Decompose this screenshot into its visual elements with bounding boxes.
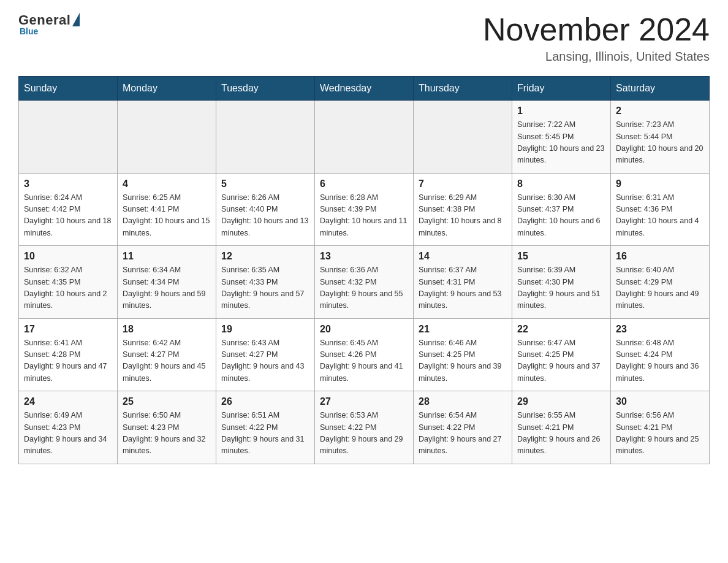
calendar-cell: 20Sunrise: 6:45 AM Sunset: 4:26 PM Dayli… — [315, 318, 414, 391]
day-info: Sunrise: 6:28 AM Sunset: 4:39 PM Dayligh… — [320, 192, 408, 240]
day-number: 2 — [616, 105, 704, 117]
calendar-header-tuesday: Tuesday — [216, 77, 315, 101]
day-number: 18 — [123, 324, 211, 335]
logo-blue-text: Blue — [20, 26, 38, 36]
day-number: 6 — [320, 178, 408, 190]
day-number: 3 — [24, 178, 112, 190]
day-number: 20 — [320, 324, 408, 335]
calendar-header-sunday: Sunday — [19, 77, 118, 101]
day-number: 22 — [517, 324, 605, 335]
day-info: Sunrise: 6:29 AM Sunset: 4:38 PM Dayligh… — [419, 192, 507, 240]
day-number: 24 — [24, 396, 112, 407]
day-info: Sunrise: 6:47 AM Sunset: 4:25 PM Dayligh… — [517, 337, 605, 385]
day-number: 25 — [123, 396, 211, 407]
calendar-title-section: November 2024 Lansing, Illinois, United … — [483, 12, 710, 64]
day-number: 23 — [616, 324, 704, 335]
day-number: 27 — [320, 396, 408, 407]
logo-triangle-icon — [72, 13, 80, 26]
day-info: Sunrise: 6:53 AM Sunset: 4:22 PM Dayligh… — [320, 410, 408, 458]
day-number: 29 — [517, 396, 605, 407]
calendar-cell: 13Sunrise: 6:36 AM Sunset: 4:32 PM Dayli… — [315, 246, 414, 319]
day-number: 5 — [221, 178, 309, 190]
calendar-cell — [315, 101, 414, 174]
day-info: Sunrise: 6:46 AM Sunset: 4:25 PM Dayligh… — [419, 337, 507, 385]
calendar-cell: 12Sunrise: 6:35 AM Sunset: 4:33 PM Dayli… — [216, 246, 315, 319]
day-number: 9 — [616, 178, 704, 190]
page-header: General Blue November 2024 Lansing, Illi… — [18, 12, 710, 64]
day-number: 8 — [517, 178, 605, 190]
day-info: Sunrise: 6:36 AM Sunset: 4:32 PM Dayligh… — [320, 264, 408, 312]
day-number: 7 — [419, 178, 507, 190]
day-number: 30 — [616, 396, 704, 407]
calendar-cell: 25Sunrise: 6:50 AM Sunset: 4:23 PM Dayli… — [118, 391, 216, 464]
calendar-cell: 15Sunrise: 6:39 AM Sunset: 4:30 PM Dayli… — [512, 246, 611, 319]
day-info: Sunrise: 6:48 AM Sunset: 4:24 PM Dayligh… — [616, 337, 704, 385]
calendar-cell: 22Sunrise: 6:47 AM Sunset: 4:25 PM Dayli… — [512, 318, 611, 391]
calendar-cell: 16Sunrise: 6:40 AM Sunset: 4:29 PM Dayli… — [611, 246, 710, 319]
calendar-cell — [118, 101, 216, 174]
calendar-cell — [414, 101, 512, 174]
calendar-header-row: SundayMondayTuesdayWednesdayThursdayFrid… — [19, 77, 710, 101]
calendar-cell: 5Sunrise: 6:26 AM Sunset: 4:40 PM Daylig… — [216, 173, 315, 246]
day-info: Sunrise: 6:49 AM Sunset: 4:23 PM Dayligh… — [24, 410, 112, 458]
day-number: 1 — [517, 105, 605, 117]
calendar-cell: 11Sunrise: 6:34 AM Sunset: 4:34 PM Dayli… — [118, 246, 216, 319]
calendar-header-saturday: Saturday — [611, 77, 710, 101]
calendar-cell: 18Sunrise: 6:42 AM Sunset: 4:27 PM Dayli… — [118, 318, 216, 391]
day-info: Sunrise: 6:45 AM Sunset: 4:26 PM Dayligh… — [320, 337, 408, 385]
day-info: Sunrise: 6:42 AM Sunset: 4:27 PM Dayligh… — [123, 337, 211, 385]
calendar-cell — [216, 101, 315, 174]
day-info: Sunrise: 6:39 AM Sunset: 4:30 PM Dayligh… — [517, 264, 605, 312]
day-info: Sunrise: 7:23 AM Sunset: 5:44 PM Dayligh… — [616, 119, 704, 167]
calendar-cell: 27Sunrise: 6:53 AM Sunset: 4:22 PM Dayli… — [315, 391, 414, 464]
calendar-header-monday: Monday — [118, 77, 216, 101]
day-info: Sunrise: 6:26 AM Sunset: 4:40 PM Dayligh… — [221, 192, 309, 240]
logo: General Blue — [18, 12, 80, 36]
day-number: 13 — [320, 251, 408, 262]
day-info: Sunrise: 6:34 AM Sunset: 4:34 PM Dayligh… — [123, 264, 211, 312]
calendar-cell: 24Sunrise: 6:49 AM Sunset: 4:23 PM Dayli… — [19, 391, 118, 464]
calendar-cell: 28Sunrise: 6:54 AM Sunset: 4:22 PM Dayli… — [414, 391, 512, 464]
calendar-week-row: 3Sunrise: 6:24 AM Sunset: 4:42 PM Daylig… — [19, 173, 710, 246]
day-info: Sunrise: 6:30 AM Sunset: 4:37 PM Dayligh… — [517, 192, 605, 240]
calendar-table: SundayMondayTuesdayWednesdayThursdayFrid… — [18, 76, 710, 464]
day-number: 15 — [517, 251, 605, 262]
calendar-cell: 3Sunrise: 6:24 AM Sunset: 4:42 PM Daylig… — [19, 173, 118, 246]
calendar-cell: 7Sunrise: 6:29 AM Sunset: 4:38 PM Daylig… — [414, 173, 512, 246]
calendar-week-row: 10Sunrise: 6:32 AM Sunset: 4:35 PM Dayli… — [19, 246, 710, 319]
day-info: Sunrise: 6:37 AM Sunset: 4:31 PM Dayligh… — [419, 264, 507, 312]
calendar-cell: 23Sunrise: 6:48 AM Sunset: 4:24 PM Dayli… — [611, 318, 710, 391]
calendar-cell: 21Sunrise: 6:46 AM Sunset: 4:25 PM Dayli… — [414, 318, 512, 391]
calendar-cell: 6Sunrise: 6:28 AM Sunset: 4:39 PM Daylig… — [315, 173, 414, 246]
calendar-header-thursday: Thursday — [414, 77, 512, 101]
day-info: Sunrise: 6:54 AM Sunset: 4:22 PM Dayligh… — [419, 410, 507, 458]
day-info: Sunrise: 6:32 AM Sunset: 4:35 PM Dayligh… — [24, 264, 112, 312]
calendar-header-wednesday: Wednesday — [315, 77, 414, 101]
calendar-cell: 17Sunrise: 6:41 AM Sunset: 4:28 PM Dayli… — [19, 318, 118, 391]
calendar-week-row: 1Sunrise: 7:22 AM Sunset: 5:45 PM Daylig… — [19, 101, 710, 174]
day-info: Sunrise: 6:24 AM Sunset: 4:42 PM Dayligh… — [24, 192, 112, 240]
calendar-title: November 2024 — [483, 12, 710, 47]
calendar-cell: 30Sunrise: 6:56 AM Sunset: 4:21 PM Dayli… — [611, 391, 710, 464]
day-number: 28 — [419, 396, 507, 407]
day-number: 10 — [24, 251, 112, 262]
calendar-cell: 1Sunrise: 7:22 AM Sunset: 5:45 PM Daylig… — [512, 101, 611, 174]
calendar-cell: 19Sunrise: 6:43 AM Sunset: 4:27 PM Dayli… — [216, 318, 315, 391]
day-info: Sunrise: 6:55 AM Sunset: 4:21 PM Dayligh… — [517, 410, 605, 458]
calendar-cell: 14Sunrise: 6:37 AM Sunset: 4:31 PM Dayli… — [414, 246, 512, 319]
day-number: 17 — [24, 324, 112, 335]
day-info: Sunrise: 6:51 AM Sunset: 4:22 PM Dayligh… — [221, 410, 309, 458]
day-info: Sunrise: 7:22 AM Sunset: 5:45 PM Dayligh… — [517, 119, 605, 167]
day-info: Sunrise: 6:35 AM Sunset: 4:33 PM Dayligh… — [221, 264, 309, 312]
calendar-week-row: 24Sunrise: 6:49 AM Sunset: 4:23 PM Dayli… — [19, 391, 710, 464]
calendar-cell: 9Sunrise: 6:31 AM Sunset: 4:36 PM Daylig… — [611, 173, 710, 246]
day-info: Sunrise: 6:41 AM Sunset: 4:28 PM Dayligh… — [24, 337, 112, 385]
day-number: 4 — [123, 178, 211, 190]
calendar-cell: 10Sunrise: 6:32 AM Sunset: 4:35 PM Dayli… — [19, 246, 118, 319]
day-number: 11 — [123, 251, 211, 262]
day-number: 19 — [221, 324, 309, 335]
calendar-cell — [19, 101, 118, 174]
calendar-cell: 8Sunrise: 6:30 AM Sunset: 4:37 PM Daylig… — [512, 173, 611, 246]
day-info: Sunrise: 6:40 AM Sunset: 4:29 PM Dayligh… — [616, 264, 704, 312]
day-info: Sunrise: 6:43 AM Sunset: 4:27 PM Dayligh… — [221, 337, 309, 385]
